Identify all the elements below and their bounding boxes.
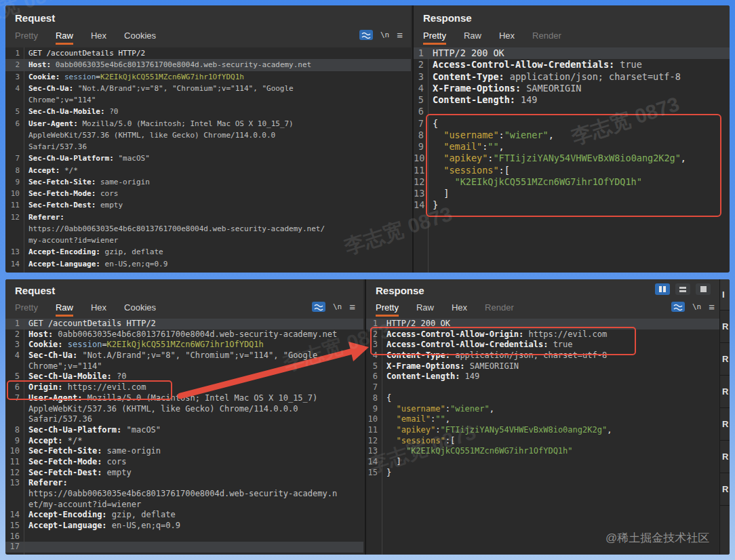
response-editor[interactable]: 1HTTP/2 200 OK2Access-Control-Allow-Orig… (366, 319, 721, 555)
editor-line: et/my-account?id=wiener (5, 500, 363, 511)
split-rows-icon[interactable] (675, 283, 690, 295)
split-columns-icon[interactable] (655, 283, 670, 295)
line-number: 10 (414, 153, 428, 164)
wrap-lines-icon[interactable] (671, 302, 685, 312)
line-number: 3 (5, 71, 24, 83)
line-number: 13 (414, 188, 428, 199)
inspector-section[interactable]: R (720, 408, 730, 441)
editor-line: Chrome";v="114" (5, 361, 363, 372)
editor-line: 9 "email":"", (414, 141, 730, 153)
editor-toolbar-icons: \n ≡ (671, 302, 715, 312)
newline-icon[interactable]: \n (692, 302, 701, 311)
burp-repeater-screenshots: Request Pretty Raw Hex Cookies \n ≡ 1GET… (0, 0, 735, 560)
line-number: 15 (5, 270, 24, 273)
editor-line: 3Cookie: session=K2EIkQjkCQ551MZcn6WG7ih… (5, 340, 363, 351)
response-panel: Response Pretty Raw Hex Render 1HTTP/2 2… (412, 5, 730, 273)
wrap-lines-icon[interactable] (312, 302, 325, 312)
tab-raw[interactable]: Raw (464, 31, 481, 45)
editor-line: Chrome";v="114" (5, 94, 411, 106)
editor-line: 12 "sessions":[ (366, 436, 721, 447)
editor-line: 14 ] (366, 457, 721, 468)
inspector-header[interactable]: I (720, 279, 730, 311)
editor-line: 4Sec-Ch-Ua: "Not.A/Brand";v="8", "Chromi… (5, 351, 363, 361)
tab-cookies[interactable]: Cookies (124, 302, 156, 317)
tab-pretty[interactable]: Pretty (423, 31, 446, 45)
line-number: 3 (414, 71, 428, 83)
request-editor[interactable]: 1GET /accountDetails HTTP/22Host: 0abb00… (5, 47, 411, 273)
response-panel: Response Pretty Raw Hex Render \n (365, 279, 721, 555)
line-number: 14 (5, 510, 24, 521)
editor-line: 2Access-Control-Allow-Origin: https://ev… (366, 329, 721, 340)
inspector-section[interactable]: R (720, 376, 730, 408)
inspector-section[interactable]: R (720, 343, 730, 376)
tab-pretty[interactable]: Pretty (376, 302, 399, 317)
line-number: 8 (414, 129, 428, 141)
editor-line: 11Sec-Fetch-Mode: cors (5, 457, 363, 468)
line-number: 13 (5, 478, 24, 489)
panel-title: Response (376, 285, 424, 296)
editor-line: 2Host: 0abb0063035e4b6c8013761700e8004d.… (5, 59, 411, 71)
editor-line: 5X-Frame-Options: SAMEORIGIN (366, 361, 721, 372)
single-pane-icon[interactable] (696, 283, 711, 295)
message-editor-tabs: Pretty Raw Hex Render (423, 31, 561, 45)
editor-line: 13 "K2EIkQjkCQ551MZcn6WG7ihr1OfYDQ1h" (366, 446, 721, 457)
line-number: 10 (366, 414, 382, 425)
tab-hex[interactable]: Hex (499, 31, 515, 45)
line-number: 1 (414, 47, 428, 59)
line-number (5, 489, 24, 500)
line-number: 4 (5, 351, 24, 361)
editor-line: 15} (366, 468, 721, 479)
editor-line: https://0abb0063035e4b6c8013761700e8004d… (5, 489, 363, 500)
editor-line: 4X-Frame-Options: SAMEORIGIN (414, 83, 730, 94)
line-number: 6 (5, 118, 24, 129)
newline-icon[interactable]: \n (333, 302, 342, 311)
editor-line: 15 (5, 270, 411, 273)
editor-line: 12Referer: (5, 212, 411, 223)
request-editor[interactable]: 1GET /accountDetails HTTP/22Host: 0abb00… (5, 319, 363, 555)
tab-pretty[interactable]: Pretty (15, 31, 38, 45)
inspector-section[interactable]: R (720, 311, 730, 343)
newline-icon[interactable]: \n (380, 31, 389, 39)
tab-raw[interactable]: Raw (416, 302, 434, 317)
line-number: 9 (5, 436, 24, 447)
tab-render[interactable]: Render (485, 302, 514, 317)
line-number (5, 404, 24, 415)
line-number: 1 (366, 319, 382, 329)
editor-line: 5Sec-Ch-Ua-Mobile: ?0 (5, 106, 411, 117)
message-editor-tabs: Pretty Raw Hex Cookies (15, 31, 156, 45)
inspector-section[interactable]: R (720, 441, 730, 473)
tab-cookies[interactable]: Cookies (124, 31, 156, 45)
line-number: 6 (5, 382, 24, 393)
line-number (5, 500, 24, 511)
tab-hex[interactable]: Hex (452, 302, 467, 317)
menu-icon[interactable]: ≡ (397, 30, 403, 40)
tab-hex[interactable]: Hex (91, 31, 106, 45)
line-number: 8 (5, 425, 24, 436)
editor-line: 10 "email":"", (366, 414, 721, 425)
editor-line: 14Accept-Encoding: gzip, deflate (5, 510, 363, 521)
request-panel-header: Request Pretty Raw Hex Cookies \n ≡ (5, 279, 363, 319)
editor-line: 3Access-Control-Allow-Credentials: true (366, 340, 721, 351)
editor-line: 3Cookie: session=K2EIkQjkCQ551MZcn6WG7ih… (5, 71, 411, 83)
tab-pretty[interactable]: Pretty (15, 302, 38, 317)
editor-line: 1GET /accountDetails HTTP/2 (5, 47, 411, 59)
line-number: 15 (366, 468, 382, 479)
editor-line: 6User-Agent: Mozilla/5.0 (Macintosh; Int… (5, 118, 411, 129)
line-number: 2 (5, 329, 24, 340)
tab-hex[interactable]: Hex (91, 302, 106, 317)
panel-title: Request (15, 12, 55, 24)
editor-line: 7 (366, 382, 721, 393)
response-editor[interactable]: 1HTTP/2 200 OK2Access-Control-Allow-Cred… (414, 47, 730, 273)
message-editor-tabs: Pretty Raw Hex Cookies (15, 302, 156, 317)
response-panel-header: Response Pretty Raw Hex Render \n (366, 279, 721, 319)
request-panel-header: Request Pretty Raw Hex Cookies \n ≡ (5, 5, 411, 47)
wrap-lines-icon[interactable] (359, 30, 373, 40)
tab-raw[interactable]: Raw (56, 302, 73, 317)
menu-icon[interactable]: ≡ (709, 302, 715, 312)
tab-raw[interactable]: Raw (56, 31, 73, 45)
editor-line: 6 (414, 106, 730, 117)
inspector-section[interactable]: R (720, 473, 730, 506)
menu-icon[interactable]: ≡ (349, 302, 355, 312)
tab-render[interactable]: Render (532, 31, 561, 45)
line-number: 10 (5, 188, 24, 199)
